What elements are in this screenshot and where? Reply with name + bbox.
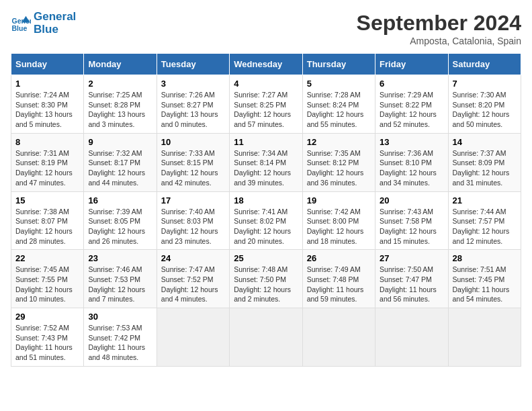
calendar-day-cell: 12 Sunrise: 7:35 AM Sunset: 8:12 PM Dayl… [302, 133, 375, 191]
calendar-week-row: 1 Sunrise: 7:24 AM Sunset: 8:30 PM Dayli… [11, 75, 521, 134]
calendar-week-row: 29 Sunrise: 7:52 AM Sunset: 7:43 PM Dayl… [11, 308, 521, 367]
calendar-day-cell [230, 308, 302, 367]
calendar-day-cell: 17 Sunrise: 7:40 AM Sunset: 8:03 PM Dayl… [157, 191, 229, 250]
day-detail: Sunrise: 7:38 AM Sunset: 8:07 PM Dayligh… [15, 207, 79, 246]
day-number: 21 [453, 195, 517, 205]
day-detail: Sunrise: 7:30 AM Sunset: 8:20 PM Dayligh… [453, 90, 517, 130]
calendar-day-cell: 28 Sunrise: 7:51 AM Sunset: 7:45 PM Dayl… [448, 250, 521, 308]
calendar-day-cell: 11 Sunrise: 7:34 AM Sunset: 8:14 PM Dayl… [230, 133, 302, 191]
day-number: 13 [380, 137, 443, 147]
day-number: 1 [15, 79, 79, 89]
day-number: 23 [88, 253, 152, 263]
day-detail: Sunrise: 7:48 AM Sunset: 7:50 PM Dayligh… [234, 265, 298, 304]
calendar-day-cell: 21 Sunrise: 7:44 AM Sunset: 7:57 PM Dayl… [448, 191, 521, 250]
day-number: 25 [234, 253, 298, 263]
calendar-day-cell: 2 Sunrise: 7:25 AM Sunset: 8:28 PM Dayli… [84, 75, 157, 134]
day-number: 29 [15, 312, 79, 322]
weekday-header: Friday [375, 54, 448, 75]
day-number: 24 [161, 253, 225, 263]
svg-text:Blue: Blue [12, 24, 28, 32]
day-detail: Sunrise: 7:37 AM Sunset: 8:09 PM Dayligh… [453, 148, 517, 188]
calendar-week-row: 22 Sunrise: 7:45 AM Sunset: 7:55 PM Dayl… [11, 250, 521, 308]
calendar-day-cell: 20 Sunrise: 7:43 AM Sunset: 7:58 PM Dayl… [375, 191, 448, 250]
day-detail: Sunrise: 7:49 AM Sunset: 7:48 PM Dayligh… [307, 265, 371, 304]
day-detail: Sunrise: 7:28 AM Sunset: 8:24 PM Dayligh… [307, 90, 371, 130]
day-number: 26 [307, 253, 371, 263]
day-detail: Sunrise: 7:52 AM Sunset: 7:43 PM Dayligh… [15, 323, 79, 363]
day-number: 22 [15, 253, 79, 263]
calendar-week-row: 15 Sunrise: 7:38 AM Sunset: 8:07 PM Dayl… [11, 191, 521, 250]
calendar-day-cell: 9 Sunrise: 7:32 AM Sunset: 8:17 PM Dayli… [84, 133, 157, 191]
day-number: 3 [161, 79, 225, 89]
day-number: 9 [88, 137, 152, 147]
day-number: 28 [453, 253, 517, 263]
day-detail: Sunrise: 7:46 AM Sunset: 7:53 PM Dayligh… [88, 265, 152, 304]
calendar-table: SundayMondayTuesdayWednesdayThursdayFrid… [11, 53, 521, 367]
day-detail: Sunrise: 7:26 AM Sunset: 8:27 PM Dayligh… [161, 90, 225, 130]
month-title: September 2024 [357, 11, 521, 36]
calendar-day-cell: 14 Sunrise: 7:37 AM Sunset: 8:09 PM Dayl… [448, 133, 521, 191]
location: Amposta, Catalonia, Spain [357, 36, 521, 46]
day-detail: Sunrise: 7:39 AM Sunset: 8:05 PM Dayligh… [88, 207, 152, 246]
day-detail: Sunrise: 7:43 AM Sunset: 7:58 PM Dayligh… [380, 207, 443, 246]
logo-text: GeneralBlue [34, 11, 76, 36]
calendar-day-cell [157, 308, 229, 367]
day-number: 19 [307, 195, 371, 205]
day-number: 8 [15, 137, 79, 147]
weekday-header: Saturday [448, 54, 521, 75]
page-header: General Blue GeneralBlue September 2024 … [11, 11, 521, 46]
calendar-day-cell: 18 Sunrise: 7:41 AM Sunset: 8:02 PM Dayl… [230, 191, 302, 250]
day-detail: Sunrise: 7:24 AM Sunset: 8:30 PM Dayligh… [15, 90, 79, 130]
day-number: 7 [453, 79, 517, 89]
weekday-header: Tuesday [157, 54, 229, 75]
calendar-day-cell: 10 Sunrise: 7:33 AM Sunset: 8:15 PM Dayl… [157, 133, 229, 191]
calendar-day-cell: 24 Sunrise: 7:47 AM Sunset: 7:52 PM Dayl… [157, 250, 229, 308]
calendar-day-cell: 13 Sunrise: 7:36 AM Sunset: 8:10 PM Dayl… [375, 133, 448, 191]
calendar-day-cell: 27 Sunrise: 7:50 AM Sunset: 7:47 PM Dayl… [375, 250, 448, 308]
day-detail: Sunrise: 7:25 AM Sunset: 8:28 PM Dayligh… [88, 90, 152, 130]
calendar-day-cell: 16 Sunrise: 7:39 AM Sunset: 8:05 PM Dayl… [84, 191, 157, 250]
day-detail: Sunrise: 7:45 AM Sunset: 7:55 PM Dayligh… [15, 265, 79, 304]
day-number: 20 [380, 195, 443, 205]
calendar-day-cell [448, 308, 521, 367]
day-detail: Sunrise: 7:33 AM Sunset: 8:15 PM Dayligh… [161, 148, 225, 188]
day-detail: Sunrise: 7:27 AM Sunset: 8:25 PM Dayligh… [234, 90, 298, 130]
weekday-header: Monday [84, 54, 157, 75]
day-number: 12 [307, 137, 371, 147]
day-number: 6 [380, 79, 443, 89]
calendar-day-cell: 22 Sunrise: 7:45 AM Sunset: 7:55 PM Dayl… [11, 250, 84, 308]
day-number: 30 [88, 312, 152, 322]
day-number: 2 [88, 79, 152, 89]
weekday-header-row: SundayMondayTuesdayWednesdayThursdayFrid… [11, 54, 521, 75]
calendar-day-cell: 7 Sunrise: 7:30 AM Sunset: 8:20 PM Dayli… [448, 75, 521, 134]
day-detail: Sunrise: 7:51 AM Sunset: 7:45 PM Dayligh… [453, 265, 517, 304]
day-detail: Sunrise: 7:40 AM Sunset: 8:03 PM Dayligh… [161, 207, 225, 246]
day-detail: Sunrise: 7:35 AM Sunset: 8:12 PM Dayligh… [307, 148, 371, 188]
day-number: 16 [88, 195, 152, 205]
calendar-day-cell: 6 Sunrise: 7:29 AM Sunset: 8:22 PM Dayli… [375, 75, 448, 134]
calendar-day-cell: 25 Sunrise: 7:48 AM Sunset: 7:50 PM Dayl… [230, 250, 302, 308]
calendar-day-cell: 5 Sunrise: 7:28 AM Sunset: 8:24 PM Dayli… [302, 75, 375, 134]
weekday-header: Wednesday [230, 54, 302, 75]
weekday-header: Thursday [302, 54, 375, 75]
day-number: 5 [307, 79, 371, 89]
day-detail: Sunrise: 7:47 AM Sunset: 7:52 PM Dayligh… [161, 265, 225, 304]
weekday-header: Sunday [11, 54, 84, 75]
day-number: 18 [234, 195, 298, 205]
calendar-day-cell: 23 Sunrise: 7:46 AM Sunset: 7:53 PM Dayl… [84, 250, 157, 308]
day-number: 14 [453, 137, 517, 147]
calendar-day-cell [302, 308, 375, 367]
day-detail: Sunrise: 7:42 AM Sunset: 8:00 PM Dayligh… [307, 207, 371, 246]
calendar-day-cell: 26 Sunrise: 7:49 AM Sunset: 7:48 PM Dayl… [302, 250, 375, 308]
day-number: 17 [161, 195, 225, 205]
day-number: 27 [380, 253, 443, 263]
logo: General Blue GeneralBlue [11, 11, 76, 36]
calendar-day-cell: 3 Sunrise: 7:26 AM Sunset: 8:27 PM Dayli… [157, 75, 229, 134]
calendar-day-cell: 4 Sunrise: 7:27 AM Sunset: 8:25 PM Dayli… [230, 75, 302, 134]
day-detail: Sunrise: 7:53 AM Sunset: 7:42 PM Dayligh… [88, 323, 152, 363]
day-number: 4 [234, 79, 298, 89]
title-block: September 2024 Amposta, Catalonia, Spain [357, 11, 521, 46]
calendar-day-cell [375, 308, 448, 367]
day-detail: Sunrise: 7:29 AM Sunset: 8:22 PM Dayligh… [380, 90, 443, 130]
calendar-day-cell: 15 Sunrise: 7:38 AM Sunset: 8:07 PM Dayl… [11, 191, 84, 250]
